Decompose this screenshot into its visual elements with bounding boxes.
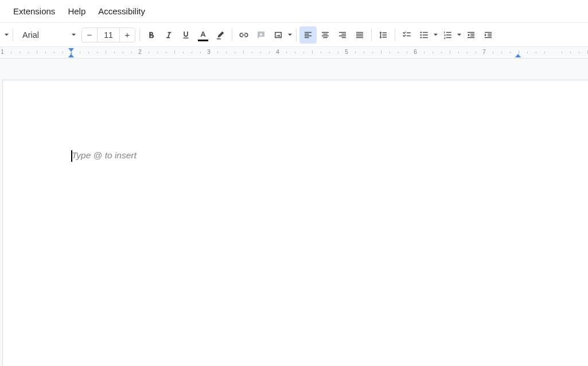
line-spacing-button[interactable] [375, 26, 392, 44]
separator [13, 29, 13, 41]
canvas-area: Type @ to insert [0, 59, 588, 366]
align-center-button[interactable] [317, 26, 334, 44]
font-family-label: Arial [22, 30, 39, 40]
svg-point-0 [420, 32, 422, 33]
font-size-decrease[interactable]: − [82, 28, 97, 42]
menubar: Extensions Help Accessibility [0, 0, 588, 23]
align-justify-button[interactable] [351, 26, 368, 44]
chevron-down-icon [71, 32, 76, 37]
svg-point-2 [420, 37, 422, 38]
ruler-label: 2 [138, 49, 142, 55]
styles-dropdown[interactable] [3, 26, 10, 44]
ruler[interactable]: 11234567 [0, 47, 588, 59]
first-line-indent-marker[interactable] [68, 48, 74, 52]
insert-image-dropdown[interactable] [287, 26, 293, 44]
separator [232, 29, 232, 41]
insert-link-button[interactable] [235, 26, 252, 44]
ruler-label: 6 [414, 49, 417, 55]
text-color-swatch [198, 40, 208, 41]
document-page[interactable]: Type @ to insert [2, 80, 588, 366]
align-left-button[interactable] [299, 26, 317, 44]
font-size-input[interactable] [97, 28, 120, 42]
separator [296, 29, 297, 41]
insert-image-button[interactable] [270, 26, 287, 44]
separator [371, 29, 372, 41]
font-family-picker[interactable]: Arial [16, 27, 80, 43]
separator [139, 29, 140, 41]
ruler-label: 5 [345, 49, 348, 55]
svg-point-1 [420, 34, 422, 36]
toolbar: Arial − + [0, 23, 588, 47]
decrease-indent-button[interactable] [462, 26, 480, 44]
align-right-button[interactable] [334, 26, 351, 44]
ruler-label: 1 [1, 49, 4, 55]
insert-comment-button[interactable] [252, 26, 270, 44]
checklist-button[interactable] [398, 26, 415, 44]
font-size-increase[interactable]: + [120, 28, 135, 42]
italic-button[interactable] [160, 26, 177, 44]
menu-accessibility[interactable]: Accessibility [93, 4, 150, 18]
separator [395, 29, 395, 41]
bold-button[interactable] [143, 26, 160, 44]
numbered-list-dropdown[interactable] [456, 26, 462, 44]
ruler-label: 4 [276, 49, 279, 55]
document-body[interactable]: Type @ to insert [3, 80, 588, 161]
numbered-list-button[interactable] [439, 26, 456, 44]
bulleted-list-button[interactable] [415, 26, 433, 44]
right-indent-marker[interactable] [515, 54, 521, 57]
underline-button[interactable] [177, 26, 194, 44]
ruler-label: 7 [482, 49, 486, 55]
text-color-button[interactable] [194, 26, 212, 44]
menu-help[interactable]: Help [63, 4, 91, 18]
text-cursor [71, 150, 72, 162]
increase-indent-button[interactable] [480, 26, 497, 44]
ruler-label: 3 [207, 49, 211, 55]
left-indent-marker[interactable] [68, 54, 74, 57]
bulleted-list-dropdown[interactable] [433, 26, 439, 44]
font-size-group: − + [81, 28, 135, 42]
document-placeholder: Type @ to insert [72, 150, 137, 160]
highlight-color-button[interactable] [212, 26, 229, 44]
menu-extensions[interactable]: Extensions [8, 4, 60, 18]
